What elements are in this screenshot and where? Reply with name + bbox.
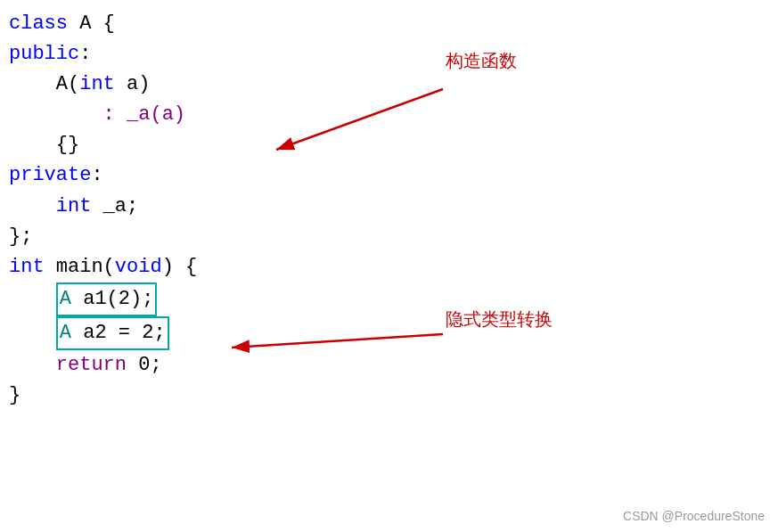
implicit-conversion-label: 隐式类型转换: [446, 307, 553, 331]
keyword-return: return: [56, 350, 127, 381]
code-line-5: {}: [9, 130, 778, 160]
code-line-11: A a2 = 2;: [9, 316, 778, 350]
code-line-10: A a1(2);: [9, 282, 778, 316]
code-line-2: public:: [9, 39, 778, 70]
code-line-9: int main(void) {: [9, 252, 778, 282]
code-line-7: int _a;: [9, 192, 778, 222]
implicit-conversion-annotation: 隐式类型转换: [446, 307, 553, 331]
keyword-void: void: [115, 252, 162, 282]
code-line-13: }: [9, 381, 778, 411]
code-line-4: : _a(a): [9, 100, 778, 130]
keyword-public: public: [9, 39, 79, 70]
boxed-line-10: A a1(2);: [56, 282, 158, 316]
keyword-int-7: int: [56, 192, 92, 222]
code-line-8: };: [9, 222, 778, 252]
initializer: : _a(a): [9, 100, 185, 130]
code-line-6: private:: [9, 160, 778, 191]
keyword-class: class: [9, 9, 68, 39]
boxed-line-11: A a2 = 2;: [56, 316, 169, 350]
code-line-3: A(int a): [9, 70, 778, 100]
class-A-10: A: [60, 288, 71, 310]
constructor-label: 构造函数: [446, 49, 517, 73]
code-line-1: class A {: [9, 9, 778, 39]
watermark: CSDN @ProcedureStone: [623, 509, 765, 523]
keyword-int-9: int: [9, 252, 45, 282]
constructor-annotation: 构造函数: [446, 49, 517, 73]
class-A-11: A: [60, 322, 71, 344]
keyword-private: private: [9, 160, 91, 191]
keyword-int-3: int: [79, 70, 115, 100]
code-container: class A { public: A(int a) : _a(a) {} pr…: [0, 0, 778, 420]
code-line-12: return 0;: [9, 350, 778, 381]
